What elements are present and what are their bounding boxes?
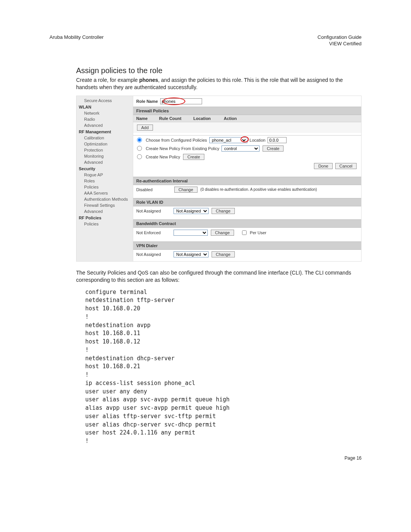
radio-new[interactable]	[137, 154, 142, 159]
section-intro: Create a role, for example phones, and a…	[76, 77, 362, 91]
sidebar-item-advanced[interactable]: Advanced	[79, 159, 133, 165]
page-header: Aruba Mobility Controller Configuration …	[49, 34, 362, 47]
sidebar-item-advanced[interactable]: Advanced	[79, 208, 133, 214]
opt3-label: Create New Policy	[146, 155, 180, 159]
sidebar-item-rogue-ap[interactable]: Rogue AP	[79, 172, 133, 178]
vpn-row: Not Assigned Not Assigned Change	[133, 250, 361, 261]
policy-option-3[interactable]: Create New Policy Create	[133, 152, 361, 161]
add-button[interactable]: Add	[137, 125, 153, 131]
bw-status: Not Enforced	[136, 230, 171, 235]
bw-peruser-label: Per User	[250, 230, 266, 235]
reauth-note: (0 disables re-authentication. A positiv…	[201, 187, 317, 192]
sidebar-item-firewall-settings[interactable]: Firewall Settings	[79, 202, 133, 208]
main-panel: Role Name Firewall Policies Name Rule Co…	[133, 96, 361, 261]
sidebar-item-security[interactable]: Security	[79, 165, 133, 172]
opt2-select[interactable]: control	[221, 145, 260, 152]
opt2-label: Create New Policy From Existing Policy	[146, 146, 219, 151]
sidebar-item-monitoring[interactable]: Monitoring	[79, 153, 133, 159]
sidebar-item-policies[interactable]: Policies	[79, 221, 133, 227]
vlan-row: Not Assigned Not Assigned Change	[133, 206, 361, 216]
col-location: Location	[190, 115, 221, 122]
bw-peruser-checkbox[interactable]	[242, 230, 247, 235]
opt2-create-button[interactable]: Create	[263, 145, 284, 152]
sidebar-item-calibration[interactable]: Calibration	[79, 135, 133, 141]
opt1-label: Choose from Configured Policies	[146, 138, 207, 142]
done-cancel-row: Done Cancel	[133, 161, 361, 171]
reauth-change-button[interactable]: Change	[174, 187, 198, 193]
reauth-status: Disabled	[136, 187, 171, 192]
radio-configured[interactable]	[137, 137, 142, 142]
reauth-row: Disabled Change (0 disables re-authentic…	[133, 185, 361, 194]
radio-existing[interactable]	[137, 146, 142, 151]
role-name-input[interactable]	[160, 98, 202, 104]
sidebar-item-secure-access[interactable]: Secure Access	[79, 97, 133, 104]
vlan-change-button[interactable]: Change	[212, 208, 235, 214]
reauth-header: Re-authentication Interval	[133, 177, 361, 185]
vlan-select[interactable]: Not Assigned	[174, 208, 209, 214]
col-rule: Rule Count	[156, 115, 190, 122]
firewall-header: Firewall Policies	[133, 107, 361, 115]
col-action: Action	[221, 115, 361, 122]
intro-pre: Create a role, for example	[76, 77, 139, 83]
sidebar-item-network[interactable]: Network	[79, 110, 133, 116]
vpn-change-button[interactable]: Change	[212, 251, 235, 257]
policy-option-2[interactable]: Create New Policy From Existing Policy c…	[133, 144, 361, 152]
bw-select[interactable]	[174, 230, 208, 236]
vpn-select[interactable]: Not Assigned	[174, 251, 209, 257]
sidebar-item-rf-management[interactable]: RF Management	[79, 128, 133, 135]
vpn-status: Not Assigned	[136, 252, 171, 257]
opt1-select[interactable]: phone_acl	[209, 137, 247, 143]
vpn-header: VPN Dialer	[133, 241, 361, 250]
sidebar-item-rf-policies[interactable]: RF Policies	[79, 214, 133, 221]
header-left: Aruba Mobility Controller	[49, 34, 104, 47]
done-button[interactable]: Done	[314, 163, 332, 169]
ui-screenshot: Secure AccessWLANNetworkRadioAdvancedRF …	[76, 96, 362, 262]
bw-change-button[interactable]: Change	[211, 230, 234, 236]
intro-bold: phones	[139, 77, 158, 83]
sidebar-item-wlan[interactable]: WLAN	[79, 104, 133, 110]
cancel-button[interactable]: Cancel	[335, 163, 357, 169]
vlan-status: Not Assigned	[136, 209, 171, 213]
vlan-header: Role VLAN ID	[133, 198, 361, 206]
opt1-loc-input[interactable]	[268, 137, 287, 143]
role-name-row: Role Name	[133, 96, 361, 107]
sidebar-item-advanced[interactable]: Advanced	[79, 122, 133, 128]
header-right-1: Configuration Guide	[317, 34, 362, 40]
opt1-loc-label: Location	[250, 138, 266, 142]
cli-intro: The Security Policies and QoS can also b…	[76, 269, 362, 284]
sidebar-item-roles[interactable]: Roles	[79, 178, 133, 184]
page-number: Page 16	[344, 455, 362, 461]
sidebar-item-optimization[interactable]: Optimization	[79, 141, 133, 147]
sidebar-item-policies[interactable]: Policies	[79, 184, 133, 190]
opt3-create-button[interactable]: Create	[183, 154, 204, 160]
section-title: Assign policies to the role	[76, 66, 362, 75]
sidebar-item-protection[interactable]: Protection	[79, 147, 133, 153]
bw-header: Bandwidth Contract	[133, 219, 361, 228]
sidebar-item-authentication-methods[interactable]: Authentication Methods	[79, 196, 133, 202]
header-right-2: VIEW Certified	[317, 41, 362, 46]
col-name: Name	[133, 115, 156, 122]
cli-block: configure terminal netdestination tftp-s…	[85, 288, 362, 446]
firewall-table-head: Name Rule Count Location Action	[133, 115, 361, 122]
bw-row: Not Enforced Change Per User	[133, 228, 361, 238]
sidebar-item-aaa-servers[interactable]: AAA Servers	[79, 190, 133, 196]
role-name-label: Role Name	[136, 99, 158, 104]
sidebar: Secure AccessWLANNetworkRadioAdvancedRF …	[76, 96, 133, 261]
sidebar-item-radio[interactable]: Radio	[79, 116, 133, 122]
policy-option-1[interactable]: Choose from Configured Policies phone_ac…	[133, 136, 361, 144]
